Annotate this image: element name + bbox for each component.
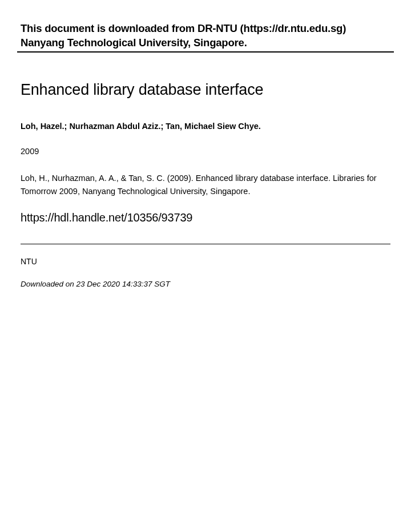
document-handle-url: https://hdl.handle.net/10356/93739 — [17, 211, 394, 224]
document-year: 2009 — [17, 147, 394, 156]
institution-label: NTU — [17, 257, 394, 266]
header-source-line: This document is downloaded from DR-NTU … — [21, 22, 390, 36]
header-institution-line: Nanyang Technological University, Singap… — [21, 36, 390, 50]
document-title: Enhanced library database interface — [17, 80, 394, 100]
document-citation: Loh, H., Nurhazman, A. A., & Tan, S. C. … — [17, 172, 394, 198]
document-authors: Loh, Hazel.; Nurhazman Abdul Aziz.; Tan,… — [17, 122, 394, 131]
repository-header: This document is downloaded from DR-NTU … — [17, 22, 394, 53]
download-timestamp: Downloaded on 23 Dec 2020 14:33:37 SGT — [17, 280, 394, 288]
section-divider — [21, 244, 390, 244]
